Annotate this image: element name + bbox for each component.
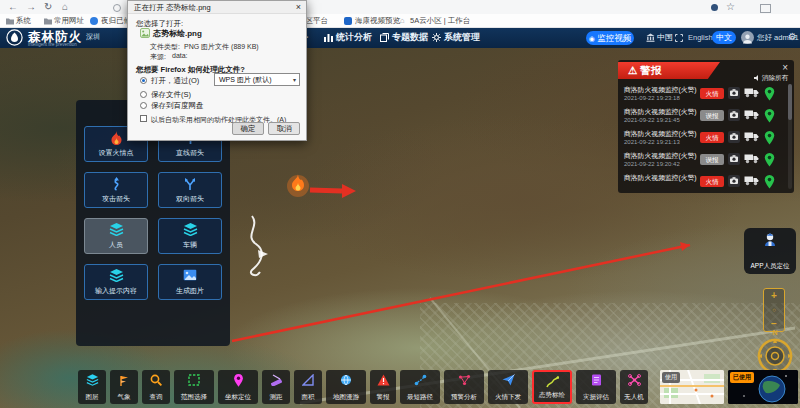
white-plot-squiggle[interactable] xyxy=(251,216,262,275)
tool-generate-image[interactable]: 生成图片 xyxy=(158,264,222,300)
tool-attack-arrow[interactable]: 攻击箭头 xyxy=(84,172,148,208)
radio-save-file-label[interactable]: 保存文件(S) xyxy=(151,90,191,100)
forward-icon[interactable]: → xyxy=(26,0,36,14)
toolbar-weather[interactable]: 气象 xyxy=(110,370,138,404)
tool-label: 直线箭头 xyxy=(159,148,221,158)
red-plot-line[interactable] xyxy=(232,245,690,341)
menu-system-manage[interactable]: 系统管理 xyxy=(444,27,480,48)
remember-checkbox[interactable] xyxy=(140,115,147,122)
download-dialog: 正在打开 态势标绘.png × 您选择了打开: 态势标绘.png 文件类型: P… xyxy=(127,0,307,141)
layers-icon xyxy=(183,223,198,236)
alert-triangle-icon xyxy=(377,374,390,386)
vehicle-icon[interactable] xyxy=(744,153,759,164)
locate-pin-icon[interactable] xyxy=(764,109,775,123)
toolbar-range-select[interactable]: 范围选择 xyxy=(174,370,214,404)
toolbar-damage-assess[interactable]: 灾损评估 xyxy=(576,370,616,404)
zoom-reset-button[interactable]: ○ xyxy=(764,303,784,317)
camera-icon[interactable] xyxy=(728,175,740,187)
alarm-row[interactable]: 商洛防火视频监控(火警) 2021-09-22 19:20:42 误报 xyxy=(624,150,788,172)
vehicle-icon[interactable] xyxy=(744,87,759,98)
vehicle-icon[interactable] xyxy=(744,109,759,120)
toolbar-map-roam[interactable]: 地图漫游 xyxy=(326,370,366,404)
reload-icon[interactable]: ↻ xyxy=(44,0,52,14)
country-label[interactable]: 中国 xyxy=(657,27,673,48)
menu-statistics[interactable]: 统计分析 xyxy=(336,27,372,48)
radio-open-with-label[interactable]: 打开，通过(O) xyxy=(151,76,199,86)
app-person-locate-button[interactable]: APP人员定位 xyxy=(744,228,796,274)
radio-save-baidu-label[interactable]: 保存到百度网盘 xyxy=(151,101,204,111)
tool-vehicle[interactable]: 车辆 xyxy=(158,218,222,254)
toolbar-warning-analysis[interactable]: 预警分析 xyxy=(444,370,484,404)
bookmark-item[interactable]: 5A云小区 | 工作台 xyxy=(410,14,470,27)
open-with-select[interactable]: WPS 图片 (默认) ▾ xyxy=(214,73,300,86)
locate-pin-icon[interactable] xyxy=(764,131,775,145)
alarm-clear-all-label: 消除所有 xyxy=(762,74,788,81)
brand-subtitle: intelligent fire prevention xyxy=(28,42,77,47)
alarm-time: 2021-09-22 19:21:45 xyxy=(624,117,680,123)
bookmark-item[interactable]: 常用网址 xyxy=(54,14,84,27)
bottom-toolbar: 图层 气象 查询 范围选择 坐标定位 测距 面积 地图漫游 xyxy=(78,369,798,404)
camera-icon[interactable] xyxy=(728,153,740,165)
window-icon[interactable] xyxy=(760,4,771,13)
vehicle-icon[interactable] xyxy=(744,131,759,142)
source-value: data: xyxy=(172,52,188,59)
toolbar-measure-area[interactable]: 面积 xyxy=(294,370,322,404)
menu-special-data[interactable]: 专题数据 xyxy=(392,27,428,48)
bookmark-item[interactable]: 海康视频预览 xyxy=(355,14,400,27)
alarm-row[interactable]: 商洛防火视频监控(火警) 火情 xyxy=(624,172,788,193)
alarm-clear-all-button[interactable]: 消除所有 xyxy=(754,74,788,82)
tool-input-hint[interactable]: 输入提示内容 xyxy=(84,264,148,300)
camera-icon[interactable] xyxy=(728,131,740,143)
alarm-row[interactable]: 商洛防火视频监控(火警) 2021-09-22 19:23:18 火情 xyxy=(624,84,788,106)
bookmark-star-icon[interactable]: ☆ xyxy=(726,0,735,14)
red-arrow[interactable] xyxy=(310,190,342,191)
bookmark-item[interactable]: 系统 xyxy=(16,14,31,27)
weather-station-icon xyxy=(118,374,130,386)
vehicle-icon[interactable] xyxy=(744,175,759,186)
radio-save-baidu[interactable] xyxy=(140,102,147,109)
toolbar-situation-plot[interactable]: 态势标绘 xyxy=(532,370,572,404)
camera-icon[interactable] xyxy=(728,87,740,99)
earth-view-thumbnail[interactable]: 已使用 xyxy=(728,370,798,404)
toolbar-shortest-path[interactable]: 最短路径 xyxy=(400,370,440,404)
street-map-thumbnail[interactable]: 使用 xyxy=(660,370,724,404)
home-icon[interactable]: ⌂ xyxy=(62,0,68,14)
radio-save-file[interactable] xyxy=(140,91,147,98)
alarm-row[interactable]: 商洛防火视频监控(火警) 2021-09-22 19:21:45 误报 xyxy=(624,106,788,128)
alarm-scrollbar[interactable] xyxy=(788,84,792,189)
back-icon[interactable]: ← xyxy=(8,0,18,14)
lang-chinese[interactable]: 中文 xyxy=(712,31,736,44)
tool-double-arrow[interactable]: 双向箭头 xyxy=(158,172,222,208)
dialog-close-icon[interactable]: × xyxy=(296,1,301,14)
analysis-nodes-icon xyxy=(458,374,471,386)
fullscreen-icon[interactable] xyxy=(675,34,683,42)
toolbar-label: 测距 xyxy=(262,393,290,402)
toolbar-measure-distance[interactable]: 测距 xyxy=(262,370,290,404)
lang-english[interactable]: English xyxy=(688,33,713,42)
ok-button[interactable]: 确定 xyxy=(232,122,264,135)
toolbar-drone[interactable]: 无人机 xyxy=(620,370,648,404)
toolbar-fire-dispatch[interactable]: 火情下发 xyxy=(488,370,528,404)
extension-icon[interactable] xyxy=(711,4,718,11)
tool-label: 生成图片 xyxy=(159,286,221,296)
avatar[interactable] xyxy=(741,31,754,44)
camera-icon[interactable] xyxy=(728,109,740,121)
alarm-scrollbar-thumb[interactable] xyxy=(788,84,792,120)
zoom-in-button[interactable]: + xyxy=(764,289,784,303)
toolbar-layers[interactable]: 图层 xyxy=(78,370,106,404)
tool-personnel[interactable]: 人员 xyxy=(84,218,148,254)
alarm-row[interactable]: 商洛防火视频监控(火警) 2021-09-22 19:21:13 火情 xyxy=(624,128,788,150)
toolbar-coordinate-locate[interactable]: 坐标定位 xyxy=(218,370,258,404)
monitor-video-button[interactable]: ◉ 监控视频 xyxy=(586,31,634,45)
locate-pin-icon[interactable] xyxy=(764,153,775,167)
toolbar-search[interactable]: 查询 xyxy=(142,370,170,404)
locate-pin-icon[interactable] xyxy=(764,87,775,101)
alarm-close-icon[interactable]: × xyxy=(782,62,788,74)
remember-checkbox-label[interactable]: 以后自动采用相同的动作处理此类文件。(A) xyxy=(151,115,286,125)
screen: 200 m APP人员定位 + ○ − N xyxy=(0,0,800,408)
cancel-button[interactable]: 取消 xyxy=(268,122,300,135)
toolbar-alarm[interactable]: 警报 xyxy=(370,370,396,404)
settings-gear-icon[interactable]: ⚙ xyxy=(788,31,797,42)
locate-pin-icon[interactable] xyxy=(764,175,775,189)
radio-open-with[interactable] xyxy=(140,77,147,84)
